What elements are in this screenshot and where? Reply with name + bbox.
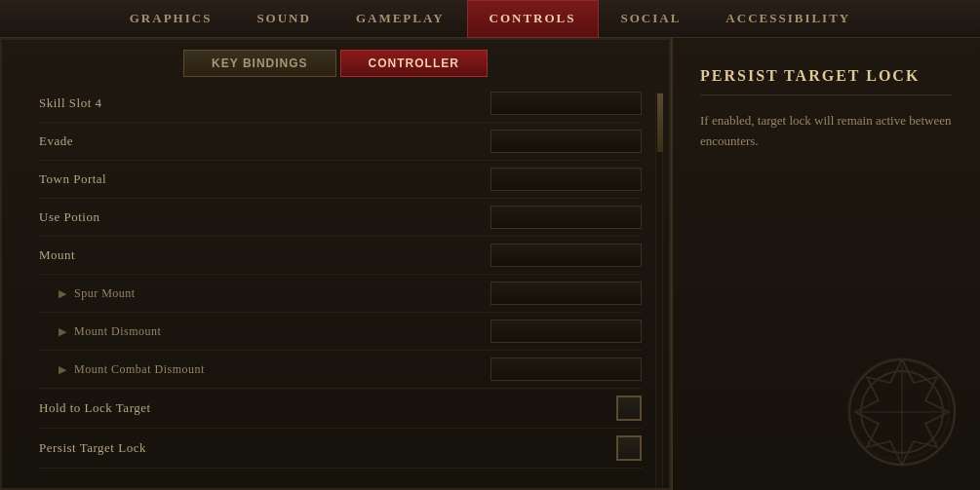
binding-label-mount-combat-dismount: ▶ Mount Combat Dismount [39,362,205,377]
binding-label-mount: Mount [39,247,75,263]
nav-item-sound[interactable]: SOUND [234,0,333,38]
sub-arrow-mount-combat-dismount: ▶ [59,363,67,375]
binding-checkbox-persist-target-lock[interactable] [616,435,642,461]
binding-input-mount-combat-dismount-1[interactable] [490,358,642,381]
binding-label-use-potion: Use Potion [39,209,99,225]
binding-label-spur-mount: ▶ Spur Mount [39,286,136,301]
right-panel: PERSIST TARGET LOCK If enabled, target l… [673,38,980,490]
binding-input-mount-dismount-1[interactable] [490,320,642,343]
binding-row-spur-mount: ▶ Spur Mount [39,275,642,313]
main-content: Key Bindings Controller Skill Slot 4 Eva… [0,38,980,490]
binding-inputs-skill-slot-4 [490,92,642,115]
binding-label-town-portal: Town Portal [39,171,106,187]
tab-bar: Key Bindings Controller [0,38,671,85]
nav-item-social[interactable]: SOCIAL [599,0,704,38]
binding-label-hold-to-lock-target: Hold to Lock Target [39,400,151,416]
sub-arrow-mount-dismount: ▶ [59,325,67,337]
sub-arrow-spur-mount: ▶ [59,287,67,299]
binding-inputs-mount-combat-dismount [490,358,642,381]
bindings-list[interactable]: Skill Slot 4 Evade Town Portal [0,85,671,482]
binding-label-mount-dismount: ▶ Mount Dismount [39,324,161,339]
nav-item-controls[interactable]: CONTROLS [467,0,599,38]
binding-row-hold-to-lock-target: Hold to Lock Target [39,389,642,429]
binding-input-spur-mount-1[interactable] [490,282,642,305]
binding-inputs-town-portal [490,168,642,191]
binding-input-skill-slot-4-1[interactable] [490,92,642,115]
binding-inputs-mount-dismount [490,320,642,343]
binding-label-persist-target-lock: Persist Target Lock [39,440,146,456]
tab-controller[interactable]: Controller [340,50,488,77]
binding-input-town-portal-1[interactable] [490,168,642,191]
binding-row-evade: Evade [39,123,642,161]
binding-row-mount-combat-dismount: ▶ Mount Combat Dismount [39,351,642,389]
binding-row-skill-slot-4: Skill Slot 4 [39,85,642,123]
binding-row-mount-dismount: ▶ Mount Dismount [39,313,642,351]
binding-inputs-mount [490,244,642,267]
binding-label-evade: Evade [39,133,73,149]
binding-row-use-potion: Use Potion [39,199,642,237]
binding-inputs-spur-mount [490,282,642,305]
binding-row-mount: Mount [39,237,642,275]
scroll-track[interactable] [655,93,663,490]
binding-row-town-portal: Town Portal [39,161,642,199]
nav-bar: GRAPHICS SOUND GAMEPLAY CONTROLS SOCIAL … [0,0,980,38]
binding-label-skill-slot-4: Skill Slot 4 [39,95,102,111]
nav-item-graphics[interactable]: GRAPHICS [107,0,235,38]
binding-checkbox-hold-to-lock-target[interactable] [616,396,642,421]
binding-input-mount-1[interactable] [490,244,642,267]
scroll-thumb[interactable] [657,94,663,152]
left-panel: Key Bindings Controller Skill Slot 4 Eva… [0,38,673,490]
decorative-emblem [843,354,960,471]
nav-item-accessibility[interactable]: ACCESSIBILITY [703,0,873,38]
info-title: PERSIST TARGET LOCK [700,67,953,95]
nav-item-gameplay[interactable]: GAMEPLAY [333,0,467,38]
info-text: If enabled, target lock will remain acti… [700,111,953,152]
tab-keybindings[interactable]: Key Bindings [183,50,335,77]
binding-input-evade-1[interactable] [490,130,642,153]
binding-input-use-potion-1[interactable] [490,206,642,229]
binding-row-persist-target-lock: Persist Target Lock [39,429,642,469]
binding-inputs-use-potion [490,206,642,229]
binding-inputs-evade [490,130,642,153]
svg-point-1 [861,371,943,453]
svg-point-0 [849,359,955,465]
